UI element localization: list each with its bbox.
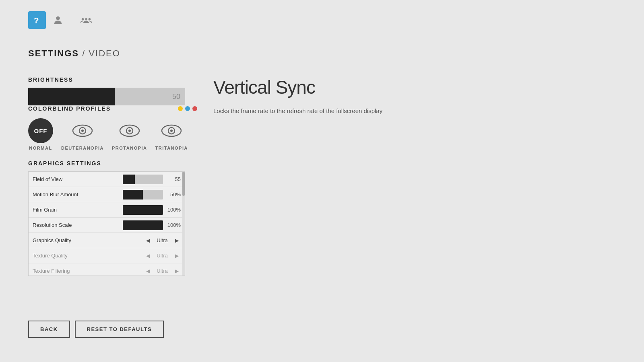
cb-option-deuteranopia[interactable]: DEUTERANOPIA — [61, 118, 104, 150]
question-nav-icon[interactable]: ? — [28, 11, 46, 29]
colorblind-label: COLORBLIND PROFILES — [28, 105, 111, 112]
cb-off-icon: OFF — [28, 118, 53, 143]
cb-tritanopia-icon — [157, 118, 186, 143]
texture-filtering-label: Texture Filtering — [33, 268, 144, 274]
right-panel: Vertical Sync Locks the frame rate to th… — [213, 76, 447, 116]
brightness-value: 50 — [172, 93, 180, 101]
resolution-scale-value: 100% — [166, 222, 181, 228]
scrollbar-thumb[interactable] — [182, 172, 185, 196]
cb-protanopia-icon — [115, 118, 144, 143]
film-grain-value: 100% — [166, 207, 181, 213]
vsync-title: Vertical Sync — [213, 76, 447, 98]
cb-deuteranopia-icon — [68, 118, 97, 143]
texture-quality-prev[interactable]: ◀ — [144, 252, 152, 260]
texture-quality-next[interactable]: ▶ — [173, 252, 181, 260]
row-film-grain: Film Grain 100% — [29, 202, 185, 218]
cb-option-normal[interactable]: OFF NORMAL — [28, 118, 53, 150]
bottom-buttons: BACK RESET TO DEFAULTS — [28, 321, 164, 338]
colorblind-dots — [178, 106, 197, 111]
scrollbar-track[interactable] — [182, 172, 185, 276]
resolution-scale-label: Resolution Scale — [33, 222, 123, 228]
graphics-settings-container: Field of View 55 Motion Blur Amount 50% … — [28, 171, 185, 276]
colorblind-header: COLORBLIND PROFILES — [28, 105, 197, 112]
svg-point-7 — [81, 130, 84, 132]
cb-label-normal: NORMAL — [29, 146, 52, 150]
graphics-quality-value: Ultra — [154, 237, 170, 243]
film-grain-label: Film Grain — [33, 207, 123, 213]
person-nav-icon[interactable] — [49, 11, 67, 29]
fov-value: 55 — [166, 176, 181, 182]
svg-point-2 — [82, 18, 84, 21]
row-graphics-quality: Graphics Quality ◀ Ultra ▶ — [29, 233, 185, 248]
row-resolution-scale: Resolution Scale 100% — [29, 218, 185, 233]
row-motion-blur: Motion Blur Amount 50% — [29, 187, 185, 202]
svg-point-1 — [56, 16, 60, 20]
row-texture-quality: Texture Quality ◀ Ultra ▶ — [29, 248, 185, 263]
graphics-quality-next[interactable]: ▶ — [173, 237, 181, 245]
graphics-settings-label: GRAPHICS SETTINGS — [28, 160, 197, 167]
svg-point-3 — [85, 18, 87, 21]
texture-filtering-value: Ultra — [154, 268, 170, 274]
brightness-label: BRIGHTNESS — [28, 76, 197, 83]
texture-quality-selector: ◀ Ultra ▶ — [144, 252, 181, 260]
reset-button[interactable]: RESET TO DEFAULTS — [75, 321, 164, 338]
graphics-quality-selector: ◀ Ultra ▶ — [144, 237, 181, 245]
motion-blur-slider-row: 50% — [123, 190, 181, 200]
fov-slider-row: 55 — [123, 175, 181, 184]
cb-option-tritanopia[interactable]: TRITANOPIA — [155, 118, 188, 150]
cb-label-protanopia: PROTANOPIA — [112, 146, 147, 150]
colorblind-options: OFF NORMAL DEUTERANOPIA — [28, 118, 197, 150]
motion-blur-slider[interactable] — [123, 190, 163, 200]
graphics-quality-label: Graphics Quality — [33, 237, 144, 243]
row-fov: Field of View 55 — [29, 172, 185, 187]
dot-red — [192, 106, 197, 111]
row-texture-filtering: Texture Filtering ◀ Ultra ▶ — [29, 263, 185, 276]
back-button[interactable]: BACK — [28, 321, 70, 338]
motion-blur-value: 50% — [166, 191, 181, 197]
texture-quality-value: Ultra — [154, 253, 170, 259]
texture-filtering-next[interactable]: ▶ — [173, 267, 181, 275]
svg-point-4 — [89, 18, 91, 21]
fov-label: Field of View — [33, 176, 123, 182]
cb-label-tritanopia: TRITANOPIA — [155, 146, 188, 150]
texture-filtering-selector: ◀ Ultra ▶ — [144, 267, 181, 275]
left-panel: BRIGHTNESS 50 COLORBLIND PROFILES OFF NO… — [28, 68, 197, 276]
resolution-scale-slider-row: 100% — [123, 220, 181, 230]
graphics-quality-prev[interactable]: ◀ — [144, 237, 152, 245]
film-grain-slider[interactable] — [123, 205, 163, 215]
dot-blue — [185, 106, 190, 111]
svg-text:?: ? — [34, 16, 39, 25]
group-nav-icon[interactable] — [70, 11, 102, 29]
vsync-description: Locks the frame rate to the refresh rate… — [213, 106, 447, 116]
top-nav: ? — [28, 11, 102, 29]
dot-yellow — [178, 106, 183, 111]
page-title: SETTINGS / VIDEO — [28, 48, 120, 59]
brightness-slider[interactable]: 50 — [28, 88, 185, 105]
fov-slider[interactable] — [123, 175, 163, 184]
svg-point-13 — [170, 130, 173, 132]
cb-label-deuteranopia: DEUTERANOPIA — [61, 146, 104, 150]
cb-option-protanopia[interactable]: PROTANOPIA — [112, 118, 147, 150]
film-grain-slider-row: 100% — [123, 205, 181, 215]
resolution-scale-slider[interactable] — [123, 220, 163, 230]
texture-quality-label: Texture Quality — [33, 253, 144, 259]
texture-filtering-prev[interactable]: ◀ — [144, 267, 152, 275]
motion-blur-label: Motion Blur Amount — [33, 191, 123, 197]
svg-point-10 — [128, 130, 131, 132]
brightness-fill — [28, 88, 115, 105]
